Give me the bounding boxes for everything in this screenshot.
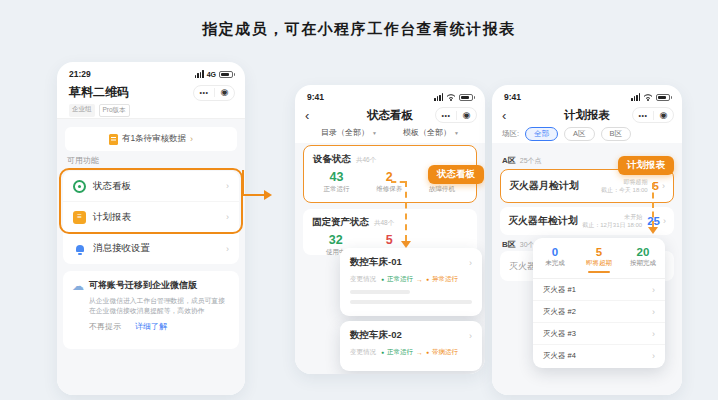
connector-line-horizontal <box>242 194 265 196</box>
card-header: 设备状态 共46个 <box>304 146 476 166</box>
plan-title: 灭火器月检计划 <box>509 179 601 193</box>
chip-area-b[interactable]: B区 <box>601 127 632 141</box>
chevron-right-icon: › <box>469 258 472 268</box>
green-dot-icon: ● <box>381 350 384 355</box>
list-item[interactable]: 灭火器 #2 › <box>533 301 665 323</box>
device-detail-card[interactable]: 数控车床-01 › 变更情况 ● 正常运行 → ● 异常运行 <box>340 248 482 316</box>
arrow-right-icon: → <box>416 349 423 356</box>
change-row: 变更情况 ● 正常运行 → ● 异常运行 <box>340 269 482 284</box>
device-detail-card[interactable]: 数控车床-02 › 变更情况 ● 正常运行 → ● 带病运行 <box>340 321 482 371</box>
miniprogram-capsule[interactable]: ••• ◉ <box>193 85 235 101</box>
tag-plan: 企业组 <box>69 104 95 117</box>
phone-status-board: 9:41 ‹ 状态看板 ••• ◉ 目录（全部） ▼ 模板（全部） ▼ <box>295 85 485 374</box>
stat-value: 0 <box>533 246 577 258</box>
stat-label: 故障停机 <box>416 185 469 194</box>
exit-circle-icon[interactable]: ◉ <box>221 88 229 97</box>
detail-link[interactable]: 详细了解 <box>135 321 167 332</box>
card-header: 固定资产状态 共48个 <box>303 209 477 229</box>
caret-down-icon: ▼ <box>372 130 377 136</box>
dashed-line-vertical <box>405 181 407 241</box>
plan-meta: 未开始 截止：12月31日 18:00 <box>582 213 642 229</box>
status-time: 9:41 <box>504 92 521 102</box>
miniprogram-capsule[interactable]: ••• ◉ <box>435 107 477 123</box>
feature-item-plan-report[interactable]: ≡ 计划报表 › <box>63 202 239 233</box>
filter-template[interactable]: 模板（全部） ▼ <box>403 127 459 138</box>
chevron-right-icon: › <box>226 212 229 222</box>
exit-circle-icon[interactable]: ◉ <box>660 111 668 120</box>
tab-completed[interactable]: 20 按期完成 <box>621 246 665 273</box>
chevron-right-icon: › <box>663 216 666 226</box>
plan-stats-popup[interactable]: 0 未完成 5 即将超期 20 按期完成 灭火器 #1 › <box>533 238 665 368</box>
list-item[interactable]: 灭火器 #4 › <box>533 345 665 367</box>
section-count: 25个点 <box>520 156 542 166</box>
page-title: 指定成员，可在小程序工作台查看统计报表 <box>0 20 718 39</box>
list-item[interactable]: 灭火器 #3 › <box>533 323 665 345</box>
status-bar: 9:41 <box>492 91 682 103</box>
chevron-right-icon: › <box>226 244 229 254</box>
home-body: 有1条待审核数据 › 可用功能 状态看板 › ≡ 计划报表 › 消息接收设置 <box>57 118 245 395</box>
feature-list: 状态看板 › ≡ 计划报表 › 消息接收设置 › <box>63 171 239 264</box>
plan-meta: 即将超期 截止：今天 18:00 <box>601 178 648 194</box>
card-title: 设备状态 <box>313 153 351 166</box>
tab-not-done[interactable]: 0 未完成 <box>533 246 577 273</box>
status-time: 21:29 <box>69 69 91 79</box>
item-label: 灭火器 #3 <box>543 329 652 339</box>
plan-deadline: 截止：12月31日 18:00 <box>582 221 642 229</box>
nav-bar: ‹ 计划报表 ••• ◉ <box>492 105 682 125</box>
item-label: 灭火器 #2 <box>543 307 652 317</box>
account-tags: 企业组 Pro版本 <box>69 104 130 117</box>
feature-label: 状态看板 <box>93 180 219 193</box>
chevron-right-icon: › <box>226 181 229 191</box>
dashed-arrowhead-icon <box>648 227 658 234</box>
migrate-card-body: 从企业微信进入工作台管理数据，成员可直接在企业微信接收消息提醒等，高效协作 <box>89 296 230 316</box>
stat-label: 即将超期 <box>577 259 621 268</box>
capsule-divider <box>653 111 654 120</box>
area-filter-bar: 场区: 全部 A区 B区 <box>502 127 631 141</box>
filter-directory[interactable]: 目录（全部） ▼ <box>321 127 377 138</box>
tag-version: Pro版本 <box>99 104 130 117</box>
more-icon[interactable]: ••• <box>200 89 209 96</box>
stat-label: 未完成 <box>533 259 577 268</box>
signal-icon <box>434 93 443 101</box>
app-header: 草料二维码 ••• ◉ <box>69 84 235 101</box>
feature-item-status-board[interactable]: 状态看板 › <box>63 171 239 202</box>
dashed-line-horizontal <box>391 181 405 183</box>
exit-circle-icon[interactable]: ◉ <box>463 111 471 120</box>
signal-icon <box>195 70 204 78</box>
list-item[interactable]: 灭火器 #1 › <box>533 279 665 301</box>
connector-line-vertical <box>242 170 244 196</box>
more-icon[interactable]: ••• <box>639 112 648 119</box>
chevron-right-icon: › <box>190 134 193 144</box>
status-icons <box>434 93 473 101</box>
filter-label: 目录（全部） <box>321 127 369 138</box>
migrate-card: ☁ 可将账号迁移到企业微信版 从企业微信进入工作台管理数据，成员可直接在企业微信… <box>63 271 239 349</box>
plan-report-icon: ≡ <box>73 211 86 224</box>
chip-all[interactable]: 全部 <box>525 127 558 141</box>
stat-label: 正常运行 <box>310 185 363 194</box>
green-dot-icon: ● <box>381 277 384 282</box>
more-icon[interactable]: ••• <box>442 112 451 119</box>
feature-label: 消息接收设置 <box>93 242 219 255</box>
battery-icon <box>656 94 670 101</box>
chip-area-a[interactable]: A区 <box>564 127 595 141</box>
back-icon[interactable]: ‹ <box>305 109 309 122</box>
back-icon[interactable]: ‹ <box>502 109 506 122</box>
pending-review-banner[interactable]: 有1条待审核数据 › <box>65 127 237 151</box>
stat-maintenance: 2 维修保养 <box>363 170 416 194</box>
stat-value: 20 <box>621 246 665 258</box>
orange-dot-icon: ● <box>426 277 429 282</box>
feature-item-message-settings[interactable]: 消息接收设置 › <box>63 233 239 264</box>
detail-header: 数控车床-01 › <box>340 248 482 269</box>
plan-report-badge: 计划报表 <box>618 156 674 175</box>
tab-near-overdue[interactable]: 5 即将超期 <box>577 246 621 273</box>
card-count: 共48个 <box>374 219 394 228</box>
change-label: 变更情况 <box>350 348 376 357</box>
chevron-right-icon: › <box>652 329 655 339</box>
phone-miniprogram-home: 21:29 4G 草料二维码 ••• ◉ 企业组 Pro版本 有1条待审核数据 … <box>57 62 245 395</box>
dismiss-link[interactable]: 不再提示 <box>89 321 121 332</box>
status-board-icon <box>73 180 86 193</box>
migrate-card-title: 可将账号迁移到企业微信版 <box>89 279 197 292</box>
status-board-badge: 状态看板 <box>428 165 484 184</box>
orange-dot-icon: ● <box>426 350 429 355</box>
miniprogram-capsule[interactable]: ••• ◉ <box>632 107 674 123</box>
